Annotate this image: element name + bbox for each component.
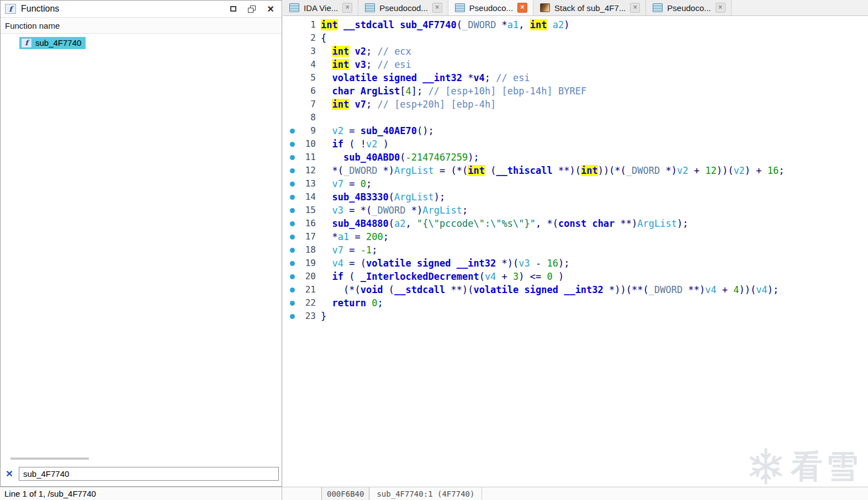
code-line[interactable]: 18 v7 = -1;: [283, 243, 868, 257]
token: [321, 258, 332, 269]
line-number[interactable]: 22: [301, 296, 316, 310]
code-line[interactable]: 9 v2 = sub_40AE70();: [283, 124, 868, 137]
line-marker[interactable]: [283, 230, 301, 243]
line-marker[interactable]: [283, 296, 301, 310]
line-marker-empty: [283, 18, 301, 31]
line-number[interactable]: 15: [301, 204, 316, 217]
tab-close-icon[interactable]: ×: [342, 3, 352, 13]
line-number[interactable]: 17: [301, 230, 316, 243]
code-line[interactable]: 13 v7 = 0;: [283, 177, 868, 190]
line-number[interactable]: 6: [301, 84, 316, 98]
tab-ida-vie[interactable]: IDA Vie...×: [283, 0, 358, 15]
line-number[interactable]: 16: [301, 217, 316, 230]
function-name-header[interactable]: Function name: [1, 18, 282, 34]
function-list-item[interactable]: fsub_4F7740: [1, 36, 282, 50]
code-line[interactable]: 2{: [283, 31, 868, 45]
code-line[interactable]: 12 *(_DWORD *)ArgList = (*(int (__thisca…: [283, 164, 868, 177]
code-line[interactable]: 1int __stdcall sub_4F7740(_DWORD *a1, in…: [283, 18, 868, 31]
line-number[interactable]: 12: [301, 164, 316, 177]
code-line[interactable]: 22 return 0;: [283, 296, 868, 310]
code-line[interactable]: 4 int v3; // esi: [283, 58, 868, 71]
token: -: [530, 258, 547, 269]
clear-filter-icon[interactable]: ×: [3, 467, 16, 480]
line-marker[interactable]: [283, 164, 301, 177]
line-marker[interactable]: [283, 190, 301, 204]
tab-pseudocod[interactable]: Pseudocod...×: [358, 0, 448, 15]
close-button[interactable]: ×: [265, 4, 276, 14]
code-line[interactable]: 20 if ( _InterlockedDecrement(v4 + 3) <=…: [283, 270, 868, 283]
horizontal-scrollbar-thumb[interactable]: [10, 458, 89, 460]
token: [349, 99, 354, 110]
code-line[interactable]: 19 v4 = (volatile signed __int32 *)(v3 -…: [283, 257, 868, 270]
line-marker[interactable]: [283, 204, 301, 217]
line-number[interactable]: 19: [301, 257, 316, 270]
code-line[interactable]: 6 char ArgList[4]; // [esp+10h] [ebp-14h…: [283, 84, 868, 98]
function-filter-input[interactable]: [19, 467, 279, 481]
tab-close-icon[interactable]: ×: [716, 3, 726, 13]
code-line[interactable]: 17 *a1 = 200;: [283, 230, 868, 243]
line-marker[interactable]: [283, 283, 301, 296]
line-number[interactable]: 10: [301, 137, 316, 151]
code-line[interactable]: 11 sub_40ABD0(-2147467259);: [283, 151, 868, 164]
line-number[interactable]: 23: [301, 310, 316, 323]
token: ;: [366, 59, 377, 70]
line-number[interactable]: 7: [301, 98, 316, 111]
code-line[interactable]: 15 v3 = *(_DWORD *)ArgList;: [283, 204, 868, 217]
line-marker[interactable]: [283, 257, 301, 270]
line-marker[interactable]: [283, 177, 301, 190]
line-number[interactable]: 14: [301, 190, 316, 204]
line-number[interactable]: 9: [301, 124, 316, 137]
line-marker[interactable]: [283, 217, 301, 230]
line-number[interactable]: 20: [301, 270, 316, 283]
code-line[interactable]: 23}: [283, 310, 868, 323]
code-line[interactable]: 10 if ( !v2 ): [283, 137, 868, 151]
code-line[interactable]: 5 volatile signed __int32 *v4; // esi: [283, 71, 868, 84]
tab-stack-of-sub-4f7[interactable]: Stack of sub_4F7...×: [533, 0, 646, 15]
line-number[interactable]: 4: [301, 58, 316, 71]
line-marker[interactable]: [283, 137, 301, 151]
code-text: int v7; // [esp+20h] [ebp-4h]: [316, 98, 496, 111]
line-marker[interactable]: [283, 270, 301, 283]
line-number[interactable]: 1: [301, 18, 316, 31]
code-line[interactable]: 14 sub_4B3330(ArgList);: [283, 190, 868, 204]
token: // ecx: [377, 46, 411, 57]
code-line[interactable]: 21 (*(void (__stdcall **)(volatile signe…: [283, 283, 868, 296]
token: int: [321, 19, 338, 30]
marker-dot-icon: [290, 314, 295, 319]
line-number[interactable]: 5: [301, 71, 316, 84]
line-number[interactable]: 2: [301, 31, 316, 45]
line-number[interactable]: 13: [301, 177, 316, 190]
line-number[interactable]: 18: [301, 243, 316, 257]
tab-close-icon[interactable]: ×: [517, 3, 527, 13]
code-line[interactable]: 8: [283, 111, 868, 124]
code-line[interactable]: 3 int v2; // ecx: [283, 45, 868, 58]
line-number[interactable]: 3: [301, 45, 316, 58]
token: ArgList: [394, 165, 434, 176]
line-marker[interactable]: [283, 243, 301, 257]
line-marker[interactable]: [283, 124, 301, 137]
token: [586, 218, 592, 229]
code-line[interactable]: 7 int v7; // [esp+20h] [ebp-4h]: [283, 98, 868, 111]
line-number[interactable]: 21: [301, 283, 316, 296]
tab-pseudoco[interactable]: Pseudoco...×: [646, 0, 731, 15]
tab-pseudoco[interactable]: Pseudoco...×: [448, 0, 533, 15]
code-text: v7 = -1;: [316, 243, 377, 257]
line-number[interactable]: 11: [301, 151, 316, 164]
tab-close-icon[interactable]: ×: [432, 3, 442, 13]
token: ;: [366, 99, 377, 110]
token: 0: [361, 178, 366, 189]
code-line[interactable]: 16 sub_4B4880(a2, "{\"pccode\":\"%s\"}",…: [283, 217, 868, 230]
token: [394, 19, 400, 30]
token: *: [321, 231, 338, 242]
maximize-button[interactable]: [227, 4, 239, 14]
tab-close-icon[interactable]: ×: [630, 3, 640, 13]
code-text: v3 = *(_DWORD *)ArgList;: [316, 204, 468, 217]
restore-button[interactable]: [246, 4, 257, 14]
status-location: sub_4F7740:1 (4F7740): [369, 487, 482, 500]
functions-window-icon: f: [5, 4, 16, 14]
line-marker[interactable]: [283, 151, 301, 164]
pseudocode-view[interactable]: 1int __stdcall sub_4F7740(_DWORD *a1, in…: [283, 16, 868, 487]
marker-dot-icon: [290, 155, 295, 160]
line-number[interactable]: 8: [301, 111, 316, 124]
line-marker[interactable]: [283, 310, 301, 323]
